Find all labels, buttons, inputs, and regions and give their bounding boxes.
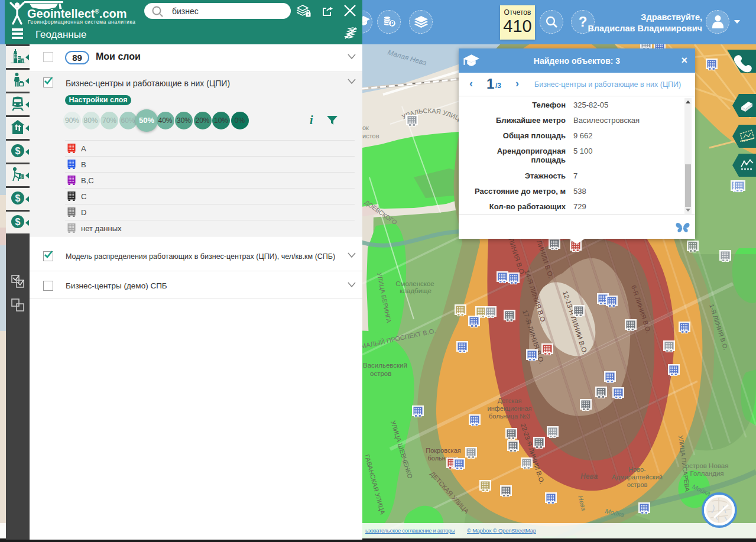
svg-text:Васильевский: Васильевский <box>363 362 407 369</box>
svg-text:$: $ <box>15 193 21 203</box>
svg-text:$: $ <box>15 217 21 227</box>
svg-text:₽: ₽ <box>391 21 394 27</box>
svg-text:$: $ <box>15 146 21 156</box>
svg-text:Голландия: Голландия <box>690 470 723 477</box>
svg-text:кладбище: кладбище <box>400 287 431 294</box>
svg-text:Детская: Детская <box>498 397 522 404</box>
svg-text:остров: остров <box>370 370 391 377</box>
svg-text:Смоленское: Смоленское <box>395 280 434 287</box>
svg-text:истов: истов <box>362 132 379 139</box>
svg-text:Покровская: Покровская <box>426 447 460 454</box>
svg-text:Ново-: Ново- <box>628 466 646 473</box>
svg-text:$: $ <box>20 175 22 179</box>
svg-text:остров Новая: остров Новая <box>686 462 729 469</box>
svg-text:инфекционная: инфекционная <box>488 405 532 412</box>
svg-text:остров: остров <box>627 481 648 488</box>
svg-text:больница №3: больница №3 <box>489 413 530 420</box>
svg-text:ок: ок <box>362 124 369 131</box>
